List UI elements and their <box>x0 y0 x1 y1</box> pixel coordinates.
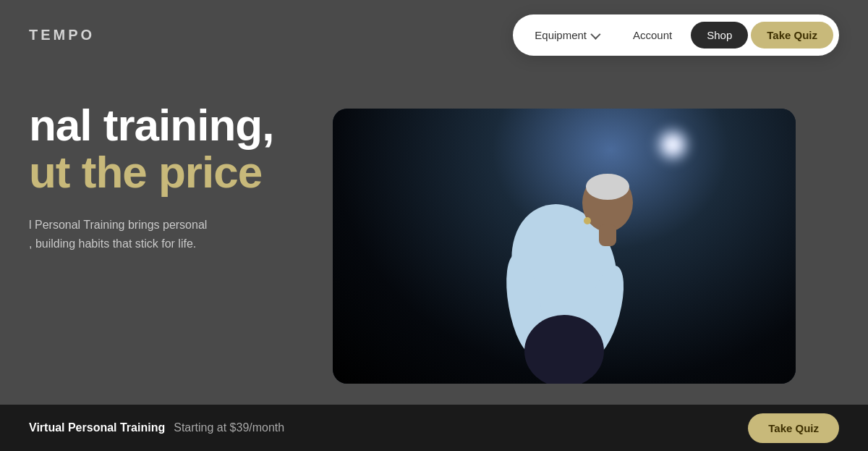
bottom-bar-quiz-label: Take Quiz <box>768 422 819 434</box>
shop-label: Shop <box>707 29 732 41</box>
bottom-bar-bold-text: Virtual Personal Training <box>29 421 165 434</box>
equipment-nav-item[interactable]: Equipment <box>519 22 614 49</box>
equipment-label: Equipment <box>535 29 587 41</box>
svg-rect-3 <box>599 224 616 246</box>
hero-image <box>333 109 796 384</box>
hero-content: nal training, ut the price l Personal Tr… <box>0 101 273 253</box>
bottom-bar-light-text: Starting at $39/month <box>174 421 284 434</box>
hero-title-line2: ut the price <box>29 148 273 195</box>
chevron-down-icon <box>590 29 600 39</box>
hero-subtitle-line1: l Personal Training brings personal <box>29 219 207 231</box>
hero-subtitle-line2: , building habits that stick for life. <box>29 237 196 250</box>
take-quiz-nav-button[interactable]: Take Quiz <box>751 22 833 49</box>
nav-pill: Equipment Account Shop Take Quiz <box>513 14 839 56</box>
account-label: Account <box>633 29 672 41</box>
brand-logo: TEMPO <box>29 27 95 43</box>
svg-point-7 <box>584 217 591 224</box>
bottom-bar: Virtual Personal Training Starting at $3… <box>0 405 868 451</box>
hero-image-inner <box>333 109 796 384</box>
hero-subtitle: l Personal Training brings personal , bu… <box>29 216 246 253</box>
navbar: TEMPO Equipment Account Shop Take Quiz <box>0 14 868 56</box>
person-silhouette <box>420 138 709 384</box>
svg-point-2 <box>586 174 629 200</box>
bottom-bar-text: Virtual Personal Training Starting at $3… <box>29 421 284 434</box>
account-nav-item[interactable]: Account <box>617 22 688 49</box>
take-quiz-nav-label: Take Quiz <box>767 29 817 41</box>
hero-title-line1: nal training, <box>29 101 273 148</box>
bottom-bar-quiz-button[interactable]: Take Quiz <box>748 413 839 443</box>
shop-nav-item[interactable]: Shop <box>691 22 748 49</box>
